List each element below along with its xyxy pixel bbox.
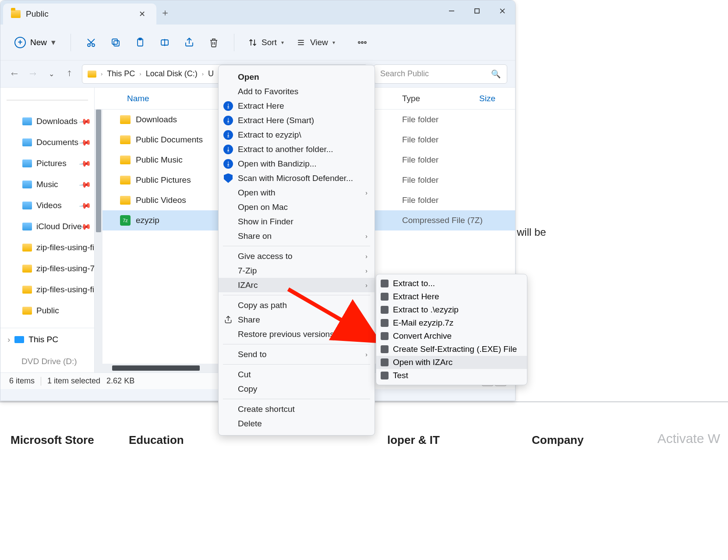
ctx-open[interactable]: Open: [219, 70, 375, 84]
chevron-right-icon: ›: [365, 233, 368, 240]
ctx-add-favorites[interactable]: Add to Favorites: [219, 84, 375, 99]
menu-divider: [223, 344, 370, 344]
sidebar-item-label: Downloads: [36, 117, 78, 126]
file-name: Downloads: [136, 115, 177, 124]
sidebar-this-pc[interactable]: › This PC: [0, 328, 94, 351]
sidebar-item[interactable]: Downloads📌: [0, 111, 94, 132]
ctx-delete[interactable]: Delete: [219, 416, 375, 431]
sidebar: Downloads📌Documents📌Pictures📌Music📌Video…: [0, 88, 95, 372]
ctx-share[interactable]: Share: [219, 312, 375, 327]
sidebar-item[interactable]: zip-files-using-fi: [0, 237, 94, 258]
vscrollbar[interactable]: [95, 110, 102, 372]
sub-test[interactable]: Test: [376, 369, 527, 382]
vscroll-thumb[interactable]: [96, 110, 101, 232]
new-tab-button[interactable]: ＋: [156, 6, 174, 19]
blue-folder-icon: [22, 159, 32, 167]
crumb-drive[interactable]: Local Disk (C:): [146, 69, 198, 78]
ctx-open-with[interactable]: Open with›: [219, 185, 375, 200]
chevron-down-icon: ▾: [51, 37, 56, 47]
maximize-button[interactable]: [464, 0, 490, 21]
sidebar-item-label: Documents: [36, 138, 78, 147]
file-name: Public Pictures: [136, 175, 191, 185]
recent-button[interactable]: ⌄: [45, 68, 57, 80]
more-button[interactable]: [353, 33, 372, 52]
back-button[interactable]: 🡐: [8, 68, 21, 80]
sidebar-item[interactable]: Pictures📌: [0, 153, 94, 174]
ctx-extract-to[interactable]: ⭳Extract to ezyzip\: [219, 128, 375, 142]
sidebar-item[interactable]: Videos📌: [0, 195, 94, 216]
ctx-share-on[interactable]: Share on›: [219, 229, 375, 243]
sidebar-item[interactable]: Music📌: [0, 174, 94, 195]
file-name: ezyzip: [136, 216, 159, 225]
7z-icon: 7z: [120, 215, 131, 226]
tab-close-button[interactable]: ✕: [135, 9, 148, 19]
ctx-copy[interactable]: Copy: [219, 382, 375, 396]
sidebar-item[interactable]: zip-files-using-7: [0, 258, 94, 279]
sidebar-item[interactable]: Documents📌: [0, 132, 94, 153]
ctx-finder[interactable]: Show in Finder: [219, 214, 375, 229]
ctx-izarc[interactable]: IZArc›: [219, 278, 375, 292]
delete-button[interactable]: [204, 33, 223, 52]
close-button[interactable]: [490, 0, 515, 21]
context-menu: Open Add to Favorites ⭳Extract Here ⭳Ext…: [218, 65, 375, 436]
sub-convert[interactable]: Convert Archive: [376, 330, 527, 343]
ctx-restore[interactable]: Restore previous versions: [219, 327, 375, 341]
izarc-icon: [381, 293, 389, 301]
search-input[interactable]: Search Public 🔍: [374, 64, 507, 84]
blue-folder-icon: [22, 181, 32, 188]
crumb-more[interactable]: U: [208, 69, 214, 78]
izarc-icon: [381, 280, 389, 287]
sidebar-dvd[interactable]: DVD Drive (D:): [0, 351, 94, 372]
sub-email[interactable]: E-Mail ezyzip.7z: [376, 316, 527, 330]
izarc-icon: [381, 332, 389, 340]
ctx-open-bandizip[interactable]: ⭳Open with Bandizip...: [219, 156, 375, 171]
ctx-copy-path[interactable]: Copy as path: [219, 298, 375, 312]
sub-extract-ezyzip[interactable]: Extract to .\ezyzip: [376, 303, 527, 316]
blue-folder-icon: [22, 117, 32, 125]
col-size[interactable]: Size: [479, 94, 495, 103]
pin-icon: 📌: [78, 136, 92, 149]
ctx-cut[interactable]: Cut: [219, 367, 375, 382]
sidebar-item[interactable]: iCloud Drive📌: [0, 216, 94, 237]
toolbar: + New ▾ Sort ▾ View ▾: [0, 25, 515, 60]
sub-self-extract[interactable]: Create Self-Extracting (.EXE) File: [376, 343, 527, 356]
plus-circle-icon: +: [14, 37, 26, 48]
search-placeholder: Search Public: [380, 69, 429, 78]
cut-button[interactable]: [81, 33, 101, 52]
sidebar-item[interactable]: zip-files-using-fi: [0, 279, 94, 300]
ctx-send-to[interactable]: Send to›: [219, 347, 375, 362]
view-button[interactable]: View ▾: [293, 38, 339, 47]
sort-button[interactable]: Sort ▾: [245, 38, 287, 47]
ctx-give-access[interactable]: Give access to›: [219, 249, 375, 263]
col-type[interactable]: Type: [392, 94, 479, 103]
crumb-thispc[interactable]: This PC: [107, 69, 135, 78]
chevron-down-icon: ▾: [281, 39, 284, 46]
pin-icon: 📌: [78, 157, 92, 170]
forward-button[interactable]: 🡒: [27, 68, 39, 80]
paste-button[interactable]: [131, 33, 150, 52]
sidebar-item-label: zip-files-using-fi: [36, 285, 94, 294]
up-button[interactable]: 🡑: [64, 68, 76, 80]
tab-public[interactable]: Public ✕: [3, 4, 156, 25]
ctx-defender[interactable]: Scan with Microsoft Defender...: [219, 171, 375, 185]
rename-button[interactable]: [155, 33, 174, 52]
file-type: File folder: [392, 135, 497, 145]
sub-extract-to[interactable]: Extract to...: [376, 277, 527, 290]
sub-extract-here[interactable]: Extract Here: [376, 290, 527, 303]
minimize-button[interactable]: [439, 0, 464, 21]
ctx-extract-here[interactable]: ⭳Extract Here: [219, 99, 375, 113]
sub-open-izarc[interactable]: Open with IZArc: [376, 356, 527, 369]
ctx-extract-another[interactable]: ⭳Extract to another folder...: [219, 142, 375, 156]
hscroll-thumb[interactable]: [112, 365, 200, 371]
bandizip-icon: ⭳: [223, 130, 233, 140]
ctx-7zip[interactable]: 7-Zip›: [219, 263, 375, 278]
copy-button[interactable]: [106, 33, 125, 52]
sidebar-item[interactable]: Public: [0, 300, 94, 321]
share-button[interactable]: [180, 33, 199, 52]
ctx-extract-smart[interactable]: ⭳Extract Here (Smart): [219, 113, 375, 128]
new-button[interactable]: + New ▾: [10, 34, 60, 51]
menu-divider: [223, 246, 370, 246]
ctx-shortcut[interactable]: Create shortcut: [219, 402, 375, 416]
sidebar-separator: [7, 100, 88, 100]
ctx-open-mac[interactable]: Open on Mac: [219, 200, 375, 214]
